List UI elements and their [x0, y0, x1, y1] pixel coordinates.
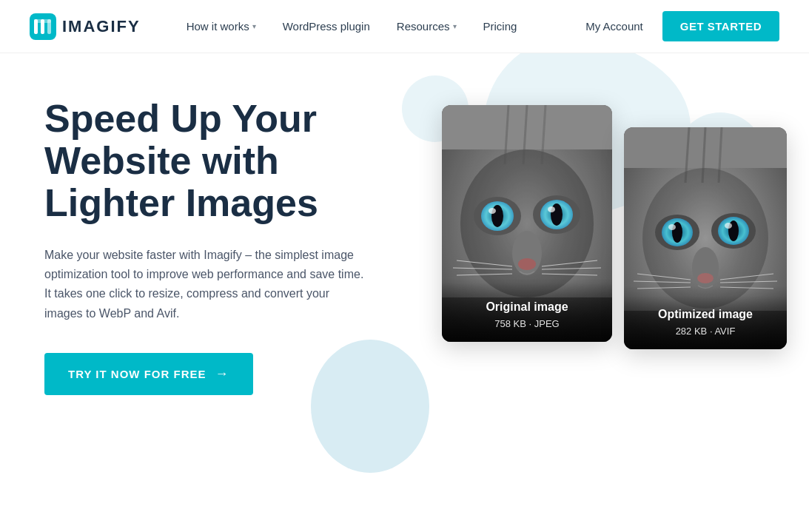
- hero-title: Speed Up Your Website with Lighter Image…: [44, 98, 400, 225]
- original-image-label: Original image 758 KB · JPEG: [442, 278, 612, 342]
- image-comparison: Original image 758 KB · JPEG: [442, 90, 787, 349]
- original-image-card: Original image 758 KB · JPEG: [442, 105, 612, 342]
- hero-section: Speed Up Your Website with Lighter Image…: [0, 53, 809, 532]
- my-account-link[interactable]: My Account: [575, 14, 654, 38]
- navbar: IMAGIFY How it works ▾ WordPress plugin …: [0, 0, 809, 53]
- optimized-image-card: Optimized image 282 KB · AVIF: [624, 127, 787, 349]
- get-started-button[interactable]: GET STARTED: [662, 11, 779, 41]
- nav-resources[interactable]: Resources ▾: [386, 14, 467, 38]
- try-free-label: TRY IT NOW FOR FREE: [68, 368, 207, 380]
- svg-point-18: [518, 258, 536, 270]
- original-image-title: Original image: [454, 300, 600, 314]
- optimized-image-meta: 282 KB · AVIF: [676, 326, 736, 337]
- svg-point-40: [668, 224, 676, 230]
- svg-point-16: [489, 208, 496, 214]
- chevron-icon: ▾: [252, 22, 256, 30]
- hero-description: Make your website faster with Imagify – …: [44, 246, 370, 324]
- hero-content: Speed Up Your Website with Lighter Image…: [44, 98, 400, 395]
- nav-pricing[interactable]: Pricing: [473, 14, 528, 38]
- optimized-image-label: Optimized image 282 KB · AVIF: [624, 286, 787, 349]
- svg-rect-4: [34, 19, 51, 23]
- logo-icon: [30, 13, 56, 40]
- svg-point-41: [725, 223, 732, 229]
- nav-wordpress-plugin[interactable]: WordPress plugin: [272, 14, 380, 38]
- nav-links: How it works ▾ WordPress plugin Resource…: [176, 14, 576, 38]
- nav-right: My Account GET STARTED: [575, 11, 779, 41]
- svg-point-17: [548, 206, 555, 212]
- logo[interactable]: IMAGIFY: [30, 13, 141, 40]
- nav-how-it-works[interactable]: How it works ▾: [176, 14, 266, 38]
- try-free-button[interactable]: TRY IT NOW FOR FREE →: [44, 353, 253, 395]
- optimized-image-title: Optimized image: [636, 308, 775, 321]
- logo-text: IMAGIFY: [62, 17, 141, 36]
- svg-point-42: [697, 273, 714, 283]
- chevron-icon-2: ▾: [453, 22, 457, 30]
- original-image-meta: 758 KB · JPEG: [494, 318, 559, 329]
- arrow-icon: →: [215, 366, 229, 382]
